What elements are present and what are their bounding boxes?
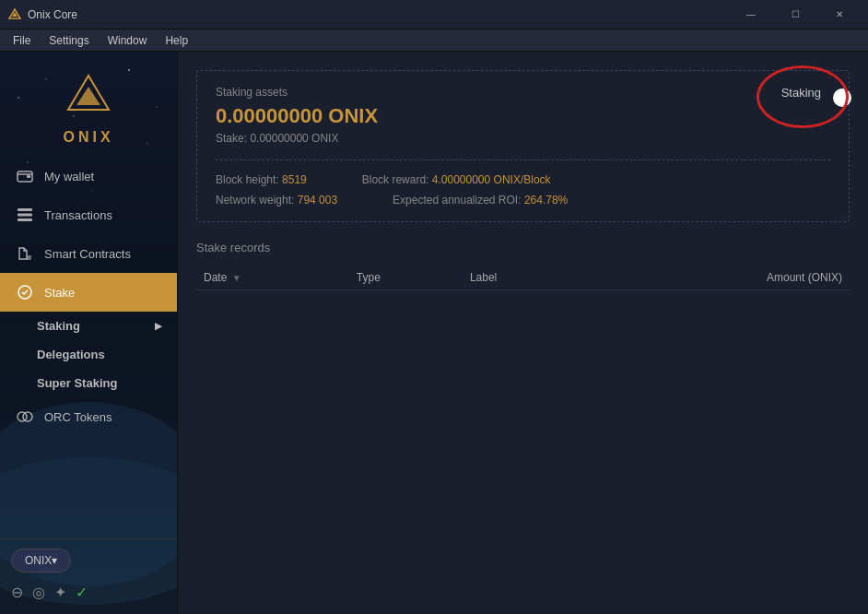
menu-window[interactable]: Window	[99, 32, 157, 49]
logo-area: ONIX	[0, 52, 177, 157]
orc-tokens-icon	[15, 407, 35, 427]
block-reward-stat: Block reward: 4.00000000 ONIX/Block	[362, 173, 551, 186]
staking-panel: Staking assets 0.00000000 ONIX Stake: 0.…	[196, 70, 850, 222]
sidebar-item-orc-tokens[interactable]: ORC Tokens	[0, 397, 177, 436]
transactions-icon	[15, 205, 35, 225]
wallet-icon	[15, 166, 35, 186]
svg-rect-19	[18, 218, 32, 221]
staking-header: Staking assets 0.00000000 ONIX Stake: 0.…	[216, 86, 830, 145]
sidebar-sub-delegations[interactable]: Delegations	[0, 340, 177, 369]
sidebar-item-smart-contracts-label: Smart Contracts	[44, 247, 131, 261]
records-title: Stake records	[196, 241, 850, 254]
sidebar-sub-super-staking-label: Super Staking	[37, 376, 117, 390]
bottom-icon-row: ⊖ ◎ ✦ ✓	[11, 580, 166, 605]
sidebar-sub-staking[interactable]: Staking ▶	[0, 312, 177, 340]
svg-rect-18	[18, 214, 32, 217]
sidebar-item-my-wallet[interactable]: My wallet	[0, 157, 177, 195]
sidebar-sub-super-staking[interactable]: Super Staking	[0, 369, 177, 397]
svg-rect-17	[18, 208, 32, 211]
onix-logo	[61, 68, 116, 124]
stats-row: Block height: 8519 Block reward: 4.00000…	[216, 159, 830, 186]
sort-arrow-icon: ▼	[232, 273, 241, 283]
sidebar: ONIX My wallet	[0, 52, 178, 614]
menu-settings[interactable]: Settings	[40, 32, 98, 49]
minimize-button[interactable]: —	[730, 0, 772, 30]
window-title: Onix Core	[28, 8, 730, 21]
staking-stake-row: Stake: 0.00000000 ONIX	[216, 132, 378, 145]
check-icon: ✓	[76, 584, 88, 601]
staking-arrow-icon: ▶	[155, 321, 162, 331]
menu-bar: File Settings Window Help	[0, 30, 868, 52]
stake-value: 0.00000000 ONIX	[250, 132, 338, 145]
sidebar-item-my-wallet-label: My wallet	[44, 170, 94, 183]
nav-section: My wallet Transactions	[0, 157, 177, 538]
svg-point-23	[23, 412, 32, 421]
sidebar-item-transactions-label: Transactions	[44, 208, 112, 222]
smart-contracts-icon	[15, 243, 35, 264]
roi-label: Expected annualized ROI:	[393, 194, 521, 207]
block-height-value: 8519	[282, 173, 307, 186]
wallet-selector-button[interactable]: ONIX▾	[11, 549, 71, 573]
svg-rect-20	[27, 255, 31, 260]
menu-help[interactable]: Help	[156, 32, 197, 49]
records-table-header: Date ▼ Type Label Amount (ONIX)	[196, 266, 850, 290]
network-weight-label: Network weight:	[216, 194, 294, 207]
column-date[interactable]: Date ▼	[196, 266, 349, 290]
sidebar-item-orc-tokens-label: ORC Tokens	[44, 410, 111, 424]
network-icon[interactable]: ◎	[32, 584, 45, 601]
sidebar-item-stake[interactable]: Stake	[0, 273, 177, 312]
sidebar-item-transactions[interactable]: Transactions	[0, 195, 177, 234]
app-icon	[7, 7, 22, 22]
title-bar: Onix Core — ☐ ✕	[0, 0, 868, 30]
column-amount: Amount (ONIX)	[585, 266, 850, 290]
toggle-label: Staking	[781, 86, 821, 100]
block-height-stat: Block height: 8519	[216, 173, 307, 186]
main-content: Staking assets 0.00000000 ONIX Stake: 0.…	[178, 52, 868, 614]
sidebar-item-stake-label: Stake	[44, 286, 75, 300]
maximize-button[interactable]: ☐	[774, 0, 816, 30]
settings-icon[interactable]: ✦	[54, 584, 66, 601]
logo-text: ONIX	[63, 129, 113, 146]
staking-info: Staking assets 0.00000000 ONIX Stake: 0.…	[216, 86, 378, 145]
block-height-label: Block height:	[216, 173, 279, 186]
stake-label: Stake:	[216, 132, 247, 145]
block-reward-label: Block reward:	[362, 173, 429, 186]
stake-icon	[15, 282, 35, 302]
network-weight-value: 794 003	[298, 194, 337, 207]
roi-stat: Expected annualized ROI: 264.78%	[393, 194, 568, 207]
roi-value: 264.78%	[524, 194, 568, 207]
sidebar-sub-delegations-label: Delegations	[37, 348, 105, 361]
sidebar-sub-staking-label: Staking	[37, 319, 80, 333]
stats-row-2: Network weight: 794 003 Expected annuali…	[216, 194, 830, 207]
window-controls: — ☐ ✕	[730, 0, 861, 30]
minus-icon[interactable]: ⊖	[11, 584, 23, 601]
close-button[interactable]: ✕	[818, 0, 861, 30]
svg-rect-16	[27, 175, 30, 178]
menu-file[interactable]: File	[4, 32, 40, 49]
network-weight-stat: Network weight: 794 003	[216, 194, 337, 207]
staking-toggle-area: Staking	[781, 86, 830, 100]
column-label: Label	[463, 266, 585, 290]
staking-assets-label: Staking assets	[216, 86, 378, 99]
records-table: Date ▼ Type Label Amount (ONIX)	[196, 266, 850, 290]
records-section: Stake records Date ▼ Type Label	[196, 241, 850, 290]
column-type: Type	[349, 266, 463, 290]
sidebar-item-smart-contracts[interactable]: Smart Contracts	[0, 234, 177, 273]
staking-amount: 0.00000000 ONIX	[216, 104, 378, 128]
block-reward-value: 4.00000000 ONIX/Block	[432, 173, 551, 186]
app-body: ONIX My wallet	[0, 52, 868, 614]
sidebar-bottom: ONIX▾ ⊖ ◎ ✦ ✓	[0, 538, 177, 614]
